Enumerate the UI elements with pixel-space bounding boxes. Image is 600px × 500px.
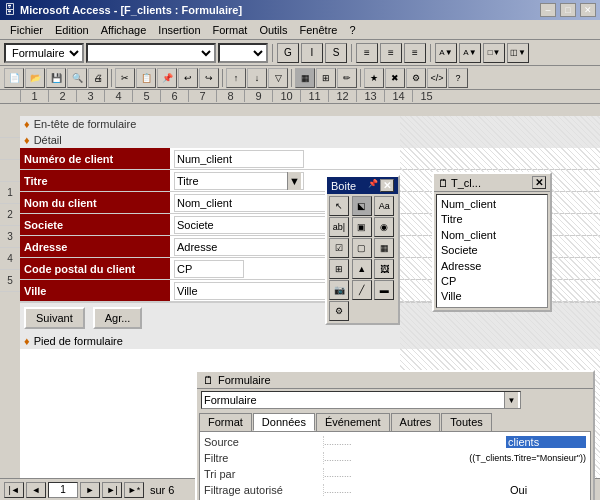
toolbox-line-btn[interactable]: ╱ (352, 280, 372, 300)
menu-edition[interactable]: Edition (49, 22, 95, 38)
undo-btn[interactable]: ↩ (178, 68, 198, 88)
menu-help[interactable]: ? (343, 22, 361, 38)
input-titre[interactable]: Titre ▼ (174, 172, 304, 190)
toolbox-label-btn[interactable]: Aa (374, 196, 394, 216)
size-combo[interactable] (218, 43, 268, 63)
ruler-mark: 1 (20, 90, 48, 102)
formatting-toolbar: Formulaire G I S ≡ ≡ ≡ A▼ A▼ □▼ ◫▼ (0, 40, 600, 66)
align-left-button[interactable]: ≡ (356, 43, 378, 63)
toolbox-combo-btn[interactable]: ▢ (352, 238, 372, 258)
delete-btn[interactable]: ✖ (385, 68, 405, 88)
sort-desc-btn[interactable]: ↓ (247, 68, 267, 88)
menu-outils[interactable]: Outils (253, 22, 293, 38)
toolbox-pin-icon[interactable]: 📌 (368, 179, 378, 192)
input-ville[interactable] (174, 282, 329, 300)
toolbox-select-btn[interactable]: ↖ (329, 196, 349, 216)
open-btn[interactable]: 📂 (25, 68, 45, 88)
toolbox-option-btn[interactable]: ▣ (352, 217, 372, 237)
object-combo[interactable] (86, 43, 216, 63)
list-item[interactable]: CP (439, 274, 545, 289)
menu-fenetre[interactable]: Fenêtre (294, 22, 344, 38)
toolbox-obj-btn[interactable]: ▲ (352, 259, 372, 279)
redo-btn[interactable]: ↪ (199, 68, 219, 88)
close-button[interactable]: ✕ (580, 3, 596, 17)
menu-fichier[interactable]: Fichier (4, 22, 49, 38)
special-effect-button[interactable]: ◫▼ (507, 43, 529, 63)
props-val-source[interactable]: clients (506, 436, 586, 448)
save-btn[interactable]: 💾 (46, 68, 66, 88)
menu-insertion[interactable]: Insertion (152, 22, 206, 38)
tab-autres[interactable]: Autres (391, 413, 441, 431)
last-record-button[interactable]: ►| (102, 482, 122, 498)
italic-button[interactable]: I (301, 43, 323, 63)
minimize-button[interactable]: – (540, 3, 556, 17)
list-item[interactable]: Ville (439, 289, 545, 304)
align-center-button[interactable]: ≡ (380, 43, 402, 63)
new-btn[interactable]: 📄 (4, 68, 24, 88)
input-adresse[interactable] (174, 238, 329, 256)
menu-format[interactable]: Format (207, 22, 254, 38)
toolbox-wizard-btn[interactable]: ⬕ (352, 196, 372, 216)
properties-btn[interactable]: ⚙ (406, 68, 426, 88)
list-item[interactable]: Societe (439, 243, 545, 258)
copy-btn[interactable]: 📋 (136, 68, 156, 88)
input-num-client[interactable] (174, 150, 304, 168)
toolbox-rect-btn[interactable]: ▬ (374, 280, 394, 300)
cut-btn[interactable]: ✂ (115, 68, 135, 88)
input-societe[interactable] (174, 216, 329, 234)
code-btn[interactable]: </> (427, 68, 447, 88)
underline-button[interactable]: S (325, 43, 347, 63)
sort-asc-btn[interactable]: ↑ (226, 68, 246, 88)
font-color-button[interactable]: A▼ (459, 43, 481, 63)
toolbox-close-button[interactable]: ✕ (380, 179, 394, 192)
list-item[interactable]: Nom_client (439, 228, 545, 243)
tab-toutes[interactable]: Toutes (441, 413, 491, 431)
list-item[interactable]: Num_client (439, 197, 545, 212)
prev-record-button[interactable]: ◄ (26, 482, 46, 498)
tab-format[interactable]: Format (199, 413, 252, 431)
fill-color-button[interactable]: A▼ (435, 43, 457, 63)
filter-btn[interactable]: ▽ (268, 68, 288, 88)
form-view-btn[interactable]: ▦ (295, 68, 315, 88)
menu-affichage[interactable]: Affichage (95, 22, 153, 38)
maximize-button[interactable]: □ (560, 3, 576, 17)
props-content: Source ........... clients Filtre ......… (199, 431, 591, 500)
list-item[interactable]: Titre (439, 212, 545, 227)
toolbox-radio-btn[interactable]: ◉ (374, 217, 394, 237)
toolbox-list-btn[interactable]: ▦ (374, 238, 394, 258)
record-number-input[interactable] (48, 482, 78, 498)
props-icon: 🗒 (203, 374, 214, 386)
bold-button[interactable]: G (277, 43, 299, 63)
input-nom[interactable] (174, 194, 329, 212)
table-panel-close[interactable]: ✕ (532, 176, 546, 189)
toolbox-textbox-btn[interactable]: ab| (329, 217, 349, 237)
toolbox-check-btn[interactable]: ☑ (329, 238, 349, 258)
titre-combo-arrow[interactable]: ▼ (287, 172, 301, 190)
design-view-btn[interactable]: ✏ (337, 68, 357, 88)
toolbox-more-btn[interactable]: ⚙ (329, 301, 349, 321)
help-btn[interactable]: ? (448, 68, 468, 88)
agrandir-button[interactable]: Agr... (93, 307, 143, 329)
suivant-button[interactable]: Suivant (24, 307, 85, 329)
tab-donnees[interactable]: Données (253, 413, 315, 431)
table-view-btn[interactable]: ⊞ (316, 68, 336, 88)
props-combo-arrow[interactable]: ▼ (504, 392, 518, 408)
print-btn[interactable]: 🖨 (88, 68, 108, 88)
view-combo[interactable]: Formulaire (4, 43, 84, 63)
toolbox-image-btn[interactable]: 🖼 (374, 259, 394, 279)
border-button[interactable]: □▼ (483, 43, 505, 63)
toolbox-frame-btn[interactable]: 📷 (329, 280, 349, 300)
first-record-button[interactable]: |◄ (4, 482, 24, 498)
input-cp[interactable] (174, 260, 244, 278)
paste-btn[interactable]: 📌 (157, 68, 177, 88)
list-item[interactable]: Adresse (439, 259, 545, 274)
toolbox-subform-btn[interactable]: ⊞ (329, 259, 349, 279)
align-right-button[interactable]: ≡ (404, 43, 426, 63)
new-record-button[interactable]: ►* (124, 482, 144, 498)
search-btn[interactable]: 🔍 (67, 68, 87, 88)
tab-evenement[interactable]: Événement (316, 413, 390, 431)
props-object-combo[interactable]: Formulaire ▼ (201, 391, 521, 409)
new-record-btn[interactable]: ★ (364, 68, 384, 88)
next-record-button[interactable]: ► (80, 482, 100, 498)
table-fields-list[interactable]: Num_client Titre Nom_client Societe Adre… (436, 194, 548, 308)
